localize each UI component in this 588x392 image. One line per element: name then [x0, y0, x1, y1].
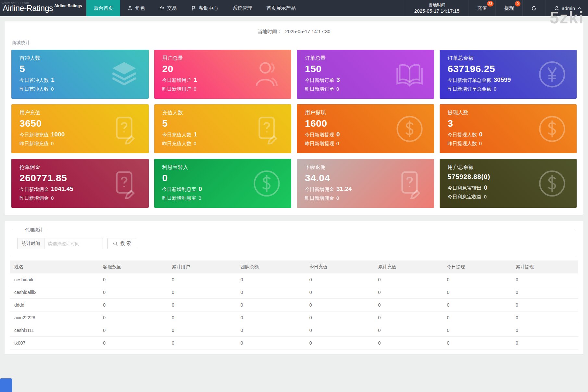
table-cell: 0 — [236, 324, 305, 337]
table-cell: 0 — [236, 311, 305, 324]
panel-local-time-value: 2025-05-17 14:17:30 — [285, 29, 330, 34]
stat-card: 用户总余额 575928.88(0) 今日利息宝转出0 今日利息宝收益0 — [440, 159, 577, 208]
dollar-icon — [537, 113, 568, 144]
table-cell: 0 — [442, 311, 511, 324]
agent-table: 姓名客服数量累计用户团队余额今日充值累计充值今日提现累计提现 ceshidail… — [10, 260, 578, 349]
stat-card: 用户提现 1600 今日新增提现0 昨日新增提现0 — [297, 104, 434, 153]
table-cell: 0 — [98, 273, 167, 286]
stat-card: 下级返佣 34.04 今日新增佣金31.24 昨日新增佣金0 — [297, 159, 434, 208]
table-cell: 0 — [236, 286, 305, 299]
table-row: ceshidalili20000000 — [10, 286, 578, 299]
column-header: 累计提现 — [511, 260, 578, 273]
stat-card: 提现人数 3 今日提现人数0 昨日提现人数0 — [440, 104, 577, 153]
search-button[interactable]: 搜 索 — [107, 238, 136, 249]
stat-card: 订单总金额 637196.25 今日新增订单总金额30599 昨日新增订单总金额… — [440, 50, 577, 99]
table-row: tk0070000000 — [10, 337, 578, 349]
nav-item[interactable]: 系统管理 — [225, 0, 259, 16]
table-cell: 0 — [442, 273, 511, 286]
watermark-site-url: www.re589.com — [2, 1, 29, 5]
withdraw-button[interactable]: 提现 0 — [496, 0, 523, 16]
stat-cards-grid: 首冲人数 5 今日首冲人数1 昨日首冲人数0 用户总量 20 今日新增用户1 昨… — [5, 50, 583, 208]
panel-local-time: 当地时间：2025-05-17 14:17:30 — [5, 21, 583, 35]
table-cell: 0 — [98, 311, 167, 324]
book-icon — [394, 59, 425, 90]
dollar-icon — [251, 168, 282, 199]
flag-icon — [191, 6, 196, 11]
agent-stats-panel: 代理统计 统计时间 搜 索 姓名客服数量累计用户团队余额今日 — [5, 221, 583, 354]
column-header: 累计充值 — [374, 260, 443, 273]
nav-item[interactable]: 角色 — [120, 0, 152, 16]
stat-card: 抢单佣金 260771.85 今日新增佣金1041.45 昨日新增佣金0 — [11, 159, 149, 208]
table-cell: dddd — [10, 299, 98, 311]
column-header: 累计用户 — [167, 260, 236, 273]
withdraw-badge: 0 — [515, 1, 520, 6]
table-cell: 0 — [167, 324, 236, 337]
column-header: 团队余额 — [236, 260, 305, 273]
refresh-button[interactable] — [523, 0, 545, 16]
table-cell: 0 — [305, 299, 374, 311]
table-header-row: 姓名客服数量累计用户团队余额今日充值累计充值今日提现累计提现 — [10, 260, 578, 273]
stat-card: 首冲人数 5 今日首冲人数1 昨日首冲人数0 — [11, 50, 149, 99]
table-cell: 0 — [305, 311, 374, 324]
table-cell: 0 — [236, 337, 305, 349]
table-cell: 0 — [167, 337, 236, 349]
nav-item-label: 角色 — [135, 5, 145, 11]
column-header: 今日充值 — [305, 260, 374, 273]
nav-item[interactable]: 后台首页 — [86, 0, 120, 16]
table-body: ceshidaili0000000ceshidalili20000000dddd… — [10, 273, 578, 349]
table-cell: 0 — [167, 286, 236, 299]
recharge-button[interactable]: 充值 23 — [469, 0, 496, 16]
table-cell: 0 — [442, 299, 511, 311]
table-cell: ceshi1111 — [10, 324, 98, 337]
stat-time-input[interactable] — [44, 238, 103, 249]
doc-icon — [394, 168, 425, 199]
dollar-icon — [394, 113, 425, 144]
logo-superscript: Airline-Ratings — [54, 4, 82, 8]
table-cell: tk007 — [10, 337, 98, 349]
table-cell: ceshidaili — [10, 273, 98, 286]
person-icon — [251, 59, 282, 90]
doc-icon — [109, 113, 140, 144]
section-title: 商城统计 — [12, 40, 583, 46]
table-cell: 0 — [374, 273, 443, 286]
doc-icon — [251, 113, 282, 144]
recharge-badge: 23 — [487, 1, 494, 6]
search-icon — [113, 241, 118, 247]
table-cell: 0 — [305, 273, 374, 286]
table-cell: 0 — [511, 286, 578, 299]
table-cell: 0 — [374, 299, 443, 311]
recharge-label: 充值 — [477, 5, 487, 11]
user-icon — [127, 6, 133, 11]
table-cell: 0 — [98, 324, 167, 337]
column-header: 客服数量 — [98, 260, 167, 273]
table-cell: 0 — [511, 324, 578, 337]
table-cell: 0 — [98, 286, 167, 299]
table-row: dddd0000000 — [10, 299, 578, 311]
table-cell: 0 — [305, 286, 374, 299]
layers-icon — [109, 59, 140, 90]
table-cell: 0 — [511, 299, 578, 311]
yen-icon — [537, 59, 568, 90]
column-header: 姓名 — [10, 260, 98, 273]
search-button-label: 搜 索 — [120, 241, 131, 247]
nav-item[interactable]: 帮助中心 — [184, 0, 225, 16]
floating-widget[interactable] — [0, 378, 12, 392]
table-cell: 0 — [236, 273, 305, 286]
table-cell: 0 — [511, 273, 578, 286]
table-cell: 0 — [374, 324, 443, 337]
table-cell: 0 — [374, 286, 443, 299]
table-cell: ceshidalili2 — [10, 286, 98, 299]
refresh-icon — [531, 6, 537, 11]
table-cell: 0 — [511, 311, 578, 324]
nav-item-label: 系统管理 — [232, 5, 252, 11]
table-cell: 0 — [167, 299, 236, 311]
table-cell: 0 — [167, 273, 236, 286]
stat-card: 利息宝转入 0 今日新增利息宝0 昨日新增利息宝0 — [154, 159, 292, 208]
nav-item[interactable]: 交易 — [152, 0, 184, 16]
stat-card: 订单总量 150 今日新增订单3 昨日新增订单0 — [297, 50, 434, 99]
column-header: 今日提现 — [442, 260, 511, 273]
stat-time-label: 统计时间 — [17, 238, 44, 249]
local-time-block: 当地时间 2025-05-17 14:17:15 — [405, 0, 469, 16]
page-content: 当地时间：2025-05-17 14:17:30 商城统计 首冲人数 5 今日首… — [0, 16, 588, 354]
nav-item[interactable]: 首页展示产品 — [259, 0, 303, 16]
